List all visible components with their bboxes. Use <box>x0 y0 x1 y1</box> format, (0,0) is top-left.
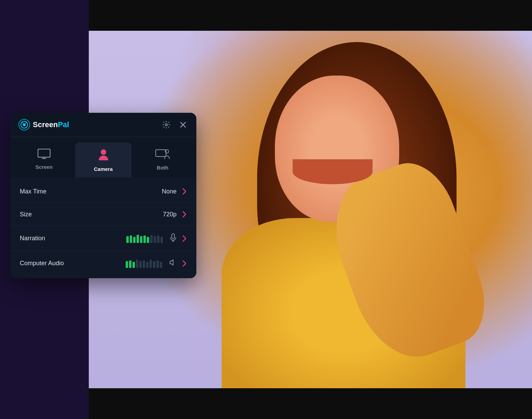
tab-both[interactable]: Both <box>134 143 191 177</box>
svg-rect-8 <box>172 234 174 239</box>
speaker-icon <box>169 259 177 268</box>
narration-chevron[interactable] <box>182 235 187 242</box>
tab-screen-label: Screen <box>36 164 53 170</box>
svg-point-3 <box>165 124 167 126</box>
both-icon <box>155 149 170 161</box>
tab-camera-label: Camera <box>94 166 113 172</box>
mode-tabs: Screen Camera <box>10 137 196 177</box>
tab-camera[interactable]: Camera <box>75 143 132 177</box>
vbar-10 <box>157 235 159 243</box>
size-value: 720p <box>163 211 177 218</box>
settings-button[interactable] <box>161 119 172 130</box>
cabar-1 <box>126 261 128 268</box>
vbar-2 <box>130 235 132 243</box>
computer-audio-bars <box>126 259 162 268</box>
vbar-11 <box>160 237 163 243</box>
cabar-11 <box>160 262 162 268</box>
computer-audio-chevron[interactable] <box>182 260 187 267</box>
gear-icon <box>162 121 170 129</box>
cabar-8 <box>150 260 152 268</box>
cabar-2 <box>129 260 131 268</box>
logo-area: ScreenPal <box>18 119 69 131</box>
vbar-1 <box>126 236 129 243</box>
size-label: Size <box>20 211 159 218</box>
panel-wrapper: ScreenPal <box>10 113 196 278</box>
camera-person-icon <box>98 149 109 163</box>
computer-audio-row: Computer Audio <box>10 251 196 275</box>
cabar-5 <box>139 261 142 268</box>
vbar-8 <box>150 235 153 243</box>
vbar-6 <box>143 235 146 243</box>
size-row: Size 720p <box>10 203 196 226</box>
person-smile <box>293 159 373 185</box>
narration-row: Narration <box>10 226 196 251</box>
max-time-row: Max Time None <box>10 180 196 203</box>
panel-header: ScreenPal <box>10 113 196 137</box>
black-bar-top <box>89 0 532 31</box>
max-time-chevron[interactable] <box>182 188 187 195</box>
logo-icon <box>18 119 30 131</box>
vbar-7 <box>147 237 149 243</box>
svg-rect-6 <box>156 150 166 157</box>
close-icon <box>179 121 187 129</box>
close-button[interactable] <box>178 120 188 130</box>
vbar-9 <box>154 236 156 243</box>
cabar-3 <box>132 262 135 268</box>
narration-label: Narration <box>20 235 122 242</box>
app-name: ScreenPal <box>33 120 69 129</box>
tab-screen[interactable]: Screen <box>16 143 72 177</box>
max-time-label: Max Time <box>20 188 158 195</box>
narration-bars <box>126 234 163 243</box>
cabar-9 <box>153 261 155 268</box>
cabar-6 <box>143 260 145 268</box>
cabar-10 <box>156 260 159 268</box>
svg-rect-4 <box>38 149 50 157</box>
tab-both-label: Both <box>157 165 168 171</box>
svg-point-5 <box>101 149 106 155</box>
black-bar-bottom <box>89 388 532 419</box>
svg-point-2 <box>23 123 26 126</box>
cabar-7 <box>146 262 149 268</box>
computer-audio-label: Computer Audio <box>20 260 122 267</box>
screen-icon <box>38 149 51 161</box>
cabar-4 <box>136 260 138 268</box>
max-time-value: None <box>162 188 177 195</box>
screenpal-panel: ScreenPal <box>10 113 196 278</box>
vbar-4 <box>137 235 139 243</box>
size-chevron[interactable] <box>182 211 187 218</box>
mic-icon <box>170 233 177 243</box>
settings-list: Max Time None Size 720p Narration <box>10 177 196 278</box>
header-actions <box>161 119 188 130</box>
vbar-3 <box>133 237 136 243</box>
vbar-5 <box>140 236 142 243</box>
